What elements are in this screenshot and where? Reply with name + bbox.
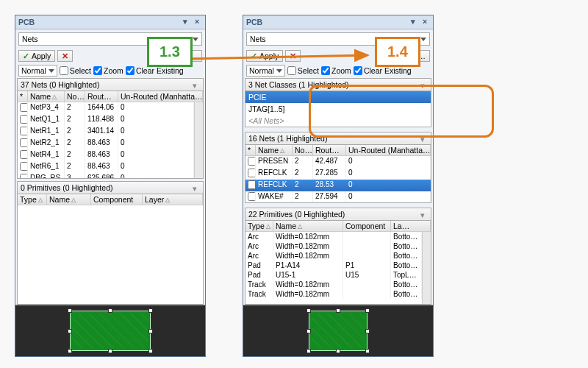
primitives-section-header[interactable]: 0 Primitives (0 Highlighted)▾ bbox=[17, 181, 204, 194]
primitives-column-headers[interactable]: Type△ Name△ Component La… bbox=[245, 221, 431, 232]
clear-button[interactable]: ✕ bbox=[57, 50, 73, 62]
primitives-section-header[interactable]: 22 Primitives (0 Highlighted)▾ bbox=[245, 208, 431, 220]
netclasses-section-header[interactable]: 3 Net Classes (1 Highlighted)▾ bbox=[245, 78, 431, 91]
table-row[interactable]: REFCLK228.530 bbox=[245, 180, 431, 191]
table-row[interactable]: ArcWidth=0.182mmBottomL bbox=[245, 232, 422, 241]
filter-icon[interactable]: ▾ bbox=[193, 184, 200, 191]
row-checkbox[interactable] bbox=[248, 157, 256, 166]
board-preview[interactable] bbox=[243, 305, 433, 356]
clear-existing-checkbox[interactable]: Clear Existing bbox=[354, 66, 412, 75]
select-checkbox[interactable]: Select bbox=[60, 66, 91, 75]
table-row[interactable]: NetQ1_12118.4880 bbox=[18, 114, 194, 126]
title-text: PCB bbox=[18, 18, 35, 26]
nets-column-headers[interactable]: * Name△ No…△ Rout… Un-Routed (Manhatta… bbox=[18, 91, 203, 102]
table-row[interactable]: NetR2_1288.4630 bbox=[18, 138, 194, 149]
clear-button[interactable]: ✕ bbox=[285, 50, 301, 62]
display-mode-select[interactable]: Normal bbox=[18, 65, 57, 77]
board-preview[interactable] bbox=[15, 305, 205, 356]
apply-button[interactable]: ✓Apply bbox=[246, 50, 283, 62]
display-mode-select[interactable]: Normal bbox=[246, 65, 285, 77]
row-checkbox[interactable] bbox=[248, 169, 256, 177]
board-outline[interactable] bbox=[309, 311, 368, 351]
table-row[interactable]: PadU15-1U15TopLaye bbox=[245, 270, 422, 280]
scrollbar[interactable] bbox=[422, 232, 431, 304]
table-row[interactable]: ArcWidth=0.182mmBottomL bbox=[245, 251, 422, 261]
row-checkbox[interactable] bbox=[20, 174, 28, 178]
row-checkbox[interactable] bbox=[248, 192, 256, 201]
annotation-badge-1-3: 1.3 bbox=[147, 37, 193, 67]
table-row[interactable]: NetP3_421644.060 bbox=[18, 102, 194, 114]
annotation-badge-1-4: 1.4 bbox=[375, 37, 420, 67]
primitives-column-headers[interactable]: Type△ Name△ Component Layer△ bbox=[18, 194, 203, 205]
table-row[interactable]: REFCLK227.2850 bbox=[245, 168, 431, 180]
table-row[interactable]: NetR6_1288.4630 bbox=[18, 161, 194, 173]
row-checkbox[interactable] bbox=[20, 103, 28, 112]
table-row[interactable]: NetR1_123401.140 bbox=[18, 126, 194, 138]
table-row[interactable]: PRESEN242.4870 bbox=[245, 156, 431, 168]
select-checkbox[interactable]: Select bbox=[287, 66, 319, 75]
scrollbar[interactable] bbox=[194, 102, 203, 178]
row-checkbox[interactable] bbox=[248, 180, 256, 189]
filter-icon[interactable]: ▾ bbox=[420, 210, 428, 218]
filter-icon[interactable]: ▾ bbox=[193, 81, 200, 88]
close-icon[interactable]: × bbox=[192, 17, 202, 27]
netclass-item[interactable]: JTAG[1..5] bbox=[245, 103, 431, 115]
row-checkbox[interactable] bbox=[20, 150, 28, 159]
row-checkbox[interactable] bbox=[20, 115, 28, 124]
row-checkbox[interactable] bbox=[20, 138, 28, 147]
title-bar[interactable]: PCB ▾ × bbox=[243, 15, 433, 29]
title-text: PCB bbox=[246, 18, 262, 26]
close-icon[interactable]: × bbox=[420, 17, 430, 27]
title-bar[interactable]: PCB ▾ × bbox=[15, 15, 205, 29]
board-outline[interactable] bbox=[70, 311, 151, 351]
netclass-list: PCIEJTAG[1..5]<All Nets> bbox=[245, 91, 431, 127]
table-row[interactable]: TrackWidth=0.182mmBottomL bbox=[245, 289, 422, 299]
clear-existing-checkbox[interactable]: Clear Existing bbox=[126, 66, 184, 75]
nets-column-headers[interactable]: * Name△ No…△ Rout… Un-Routed (Manhatta… bbox=[245, 145, 431, 156]
filter-icon[interactable]: ▾ bbox=[420, 135, 428, 142]
dropdown-icon[interactable]: ▾ bbox=[180, 17, 190, 27]
zoom-checkbox[interactable]: Zoom bbox=[93, 66, 123, 75]
netclass-item[interactable]: <All Nets> bbox=[245, 115, 431, 127]
filter-icon[interactable]: ▾ bbox=[420, 81, 428, 88]
netclass-item[interactable]: PCIE bbox=[245, 91, 431, 103]
zoom-checkbox[interactable]: Zoom bbox=[321, 66, 351, 75]
dropdown-icon[interactable]: ▾ bbox=[408, 17, 418, 27]
table-row[interactable]: TrackWidth=0.182mmBottomL bbox=[245, 280, 422, 289]
table-row[interactable]: WAKE#227.5940 bbox=[245, 191, 431, 202]
chevron-down-icon bbox=[193, 38, 198, 41]
apply-button[interactable]: ✓Apply bbox=[18, 50, 55, 62]
table-row[interactable]: PadP1-A14P1BottomL bbox=[245, 261, 422, 270]
row-checkbox[interactable] bbox=[20, 162, 28, 171]
nets-section-header[interactable]: 37 Nets (0 Highlighted)▾ bbox=[17, 78, 204, 91]
nets-section-header[interactable]: 16 Nets (1 Highlighted)▾ bbox=[245, 132, 431, 144]
chevron-down-icon bbox=[49, 69, 54, 73]
chevron-down-icon bbox=[420, 38, 426, 41]
table-row[interactable]: ArcWidth=0.182mmBottomL bbox=[245, 241, 422, 251]
table-row[interactable]: DBG_RS3625.6860 bbox=[18, 173, 194, 178]
chevron-down-icon bbox=[276, 69, 282, 73]
table-row[interactable]: NetR4_1288.4630 bbox=[18, 149, 194, 161]
row-checkbox[interactable] bbox=[20, 127, 28, 135]
